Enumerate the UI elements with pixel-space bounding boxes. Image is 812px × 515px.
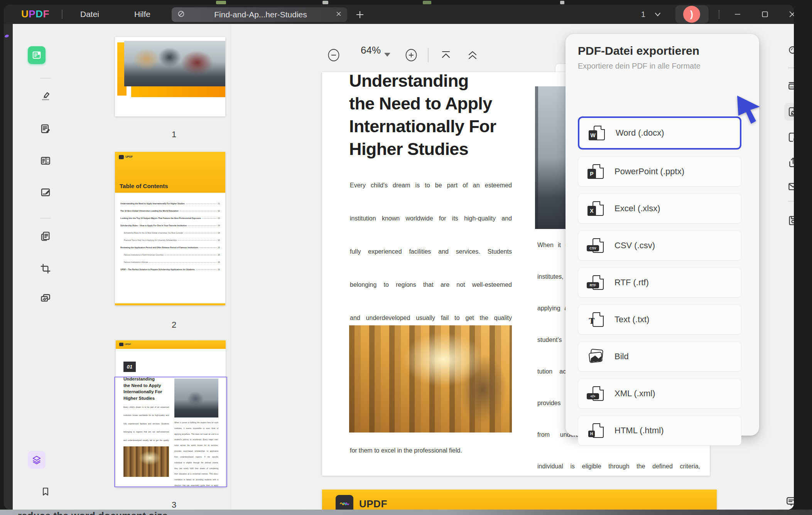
mini-logo-mark [119,155,124,159]
avatar: ) [683,6,700,23]
library-photo [349,325,512,433]
first-page-button[interactable] [440,49,452,62]
panel-title: PDF-Datei exportieren [578,44,699,57]
protect-icon[interactable] [784,128,794,146]
toolbar-divider [788,67,794,68]
toc-leader [165,255,217,255]
export-format-item[interactable]: W Word (.docx) [578,116,741,150]
format-icon [587,348,606,365]
cursor-arrow [736,95,761,126]
toc-leader [184,233,216,233]
format-icon: </> [587,385,606,402]
export-format-item[interactable]: </> XML (.xml) [578,379,741,409]
toc-entry: Scholarship Rules – How to Apply For One… [120,219,220,227]
tab-title: Find-and-Ap...her-Studies [190,10,331,19]
right-toolbar: OCR [778,24,794,510]
format-icon: H [587,422,606,439]
title-bar: UPDF Datei Hilfe Find-and-Ap...her-Studi… [4,5,794,24]
search-icon[interactable] [784,42,794,59]
minimize-button[interactable] [729,8,746,21]
toc-entry: The 10 Best Global Universities Leading … [120,205,220,212]
screen: { "titlebar": { "brand_letters": [ {"ch"… [0,0,812,515]
close-button[interactable] [784,8,794,21]
page3-header: UPDF [116,340,226,349]
format-icon: RTF [587,274,606,291]
toc-entry: Scholarship Rules for the 10 Best Global… [120,227,220,234]
brand-letter: F [43,8,49,20]
menu-datei[interactable]: Datei [80,10,99,19]
wallpaper-fragment [216,1,226,4]
document-tab[interactable]: Find-and-Ap...her-Studies [172,7,347,22]
export-format-item[interactable]: RTF RTF (.rtf) [578,268,741,298]
account-button[interactable]: ) [675,5,709,23]
toc-entry: Understanding the Need to Apply Internat… [120,197,220,205]
toc-leader [180,211,217,211]
window-count[interactable]: 1 [641,10,645,19]
toc-entry: UPDF – The Perfect Solution to Prepare S… [120,263,220,271]
toolbar-divider [40,78,51,79]
new-tab-button[interactable] [353,8,367,23]
export-format-item[interactable]: CSV CSV (.csv) [578,231,741,261]
previous-page-button[interactable] [466,49,479,63]
format-icon: P [587,163,606,180]
toolbar-divider [788,201,794,202]
updf-logo: UPDF [21,8,49,20]
export-format-item[interactable]: X Excel (.xlsx) [578,194,741,224]
format-icon: CSV [587,237,606,254]
titlebar-divider [62,10,62,19]
export-format-item[interactable]: P PowerPoint (.pptx) [578,157,741,187]
updf-logo-mark [336,495,353,510]
behind-window-text: reduce the word document size [18,510,168,515]
updf-logo-text: UPDF [359,498,387,510]
toolbar-divider [428,48,429,62]
wallpaper-fragment [423,1,431,4]
toc-entry: Reviewing the Application Period and Off… [120,241,220,249]
page-heading: Understandingthe Need to ApplyInternatio… [349,72,496,160]
export-panel: PDF-Datei exportieren Exportiere dein PD… [566,34,759,436]
convert-export-icon[interactable] [784,103,794,121]
export-format-item[interactable]: H HTML (.html) [578,416,741,446]
feedback-icon[interactable] [782,493,794,510]
zoom-dropdown-icon[interactable] [384,53,390,57]
viewport-indicator[interactable] [114,377,227,487]
toc-footer-rule [115,303,225,305]
window-count-chevron-icon[interactable] [653,12,662,19]
toc-leader [196,269,217,270]
cover-band [131,86,225,97]
save-icon[interactable] [784,211,794,229]
export-format-item[interactable]: Bild [578,342,741,372]
menu-hilfe[interactable]: Hilfe [134,10,150,19]
wallpaper-fragment [322,1,328,4]
share-icon[interactable] [784,153,794,171]
zoom-in-button[interactable] [405,49,418,62]
panel-subtitle: Exportiere dein PDF in alle Formate [578,62,701,71]
thumbnail-label-1: 1 [170,130,178,140]
brand-letter: D [35,8,43,20]
thumbnail-page-1[interactable] [115,37,225,116]
zoom-out-button[interactable] [327,49,340,62]
pdf-next-page[interactable]: UPDF [322,490,717,510]
email-icon[interactable] [784,178,794,195]
format-icon: X [587,200,606,217]
toc-leader [199,247,216,248]
behind-window-strip: reduce the word document size [0,510,812,515]
toc-header: UPDF Table of Contents [115,152,225,193]
export-format-item[interactable]: T Text (.txt) [578,305,741,335]
toc-leader [202,218,217,219]
toc-leader [149,262,216,263]
chapter-badge: 01 [123,362,136,372]
thumbnail-page-2[interactable]: UPDF Table of Contents Understanding the… [115,152,225,305]
brand-letter: P [29,8,35,20]
mini-logo-text: UPDF [125,343,131,345]
toolbar-divider [40,218,51,219]
maximize-button[interactable] [756,8,773,21]
thumbnail-label-2: 2 [170,320,178,330]
toc-leader [178,240,216,241]
layers-icon[interactable] [28,451,46,469]
ocr-icon[interactable]: OCR [784,77,794,95]
tab-annotate-icon [177,10,186,20]
toc-entry: Practical Tips to Help You in Applying f… [120,234,220,241]
tab-close-icon[interactable] [336,11,342,19]
reader-mode-icon[interactable] [28,46,46,64]
titlebar-divider [719,10,719,19]
